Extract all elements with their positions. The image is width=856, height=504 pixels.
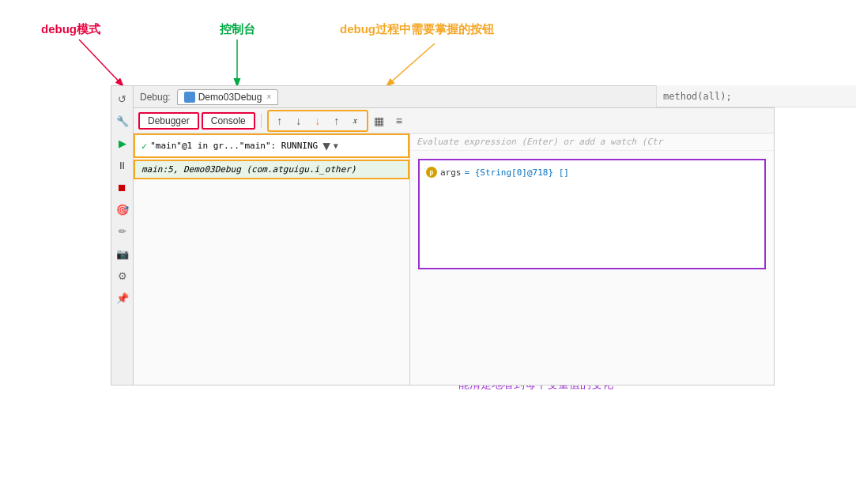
tab-name: Demo03Debug (198, 92, 262, 103)
var-name: args (440, 167, 462, 178)
pencil-icon[interactable]: ✏ (115, 224, 130, 239)
active-tab[interactable]: Demo03Debug × (177, 89, 279, 105)
dropdown-icon[interactable]: ▼ (334, 141, 338, 150)
code-snippet-text: method(all); (663, 91, 732, 102)
debugger-button[interactable]: Debugger (138, 112, 199, 130)
play-icon[interactable]: ▶ (115, 135, 130, 151)
toolbar: Debugger Console ↑ ↓ ↓ ↑ 𝒙 ▦ ≡ (134, 108, 774, 134)
run-to-cursor-btn[interactable]: ↑ (328, 112, 345, 130)
thread-row[interactable]: ✓ "main"@1 in gr..."main": RUNNING ▼ ▼ (134, 134, 409, 158)
thread-check-icon: ✓ (141, 141, 147, 152)
split-panels: ✓ "main"@1 in gr..."main": RUNNING ▼ ▼ m… (134, 134, 774, 385)
var-value: = {String[0]@718} [] (465, 167, 569, 178)
tab-file-icon (184, 92, 195, 103)
evaluate-btn[interactable]: 𝒙 (347, 112, 364, 130)
svg-line-0 (79, 39, 123, 85)
eval-bar[interactable]: Evaluate expression (Enter) or add a wat… (410, 134, 774, 151)
step-out-btn[interactable]: ↓ (309, 112, 326, 130)
console-button[interactable]: Console (202, 112, 255, 130)
step-over-btn[interactable]: ↑ (271, 112, 288, 130)
filter-icon[interactable]: ▼ (322, 138, 330, 153)
debug-buttons-annotation: debug过程中需要掌握的按钮 (340, 22, 494, 37)
debug-nav-buttons: ↑ ↓ ↓ ↑ 𝒙 (267, 110, 368, 132)
ide-panel: ↺ 🔧 ▶ ⏸ ⏹ 🎯 ✏ 📷 ⚙ 📌 Debug: Demo03Debug ×… (111, 85, 775, 386)
tab-close-btn[interactable]: × (266, 92, 271, 101)
refresh-icon[interactable]: ↺ (115, 91, 130, 107)
step-into-btn[interactable]: ↓ (290, 112, 307, 130)
variables-panel: Evaluate expression (Enter) or add a wat… (410, 134, 774, 385)
svg-line-2 (387, 43, 435, 85)
stack-frame-text: main:5, Demo03Debug (com.atguigu.i_other… (141, 164, 356, 175)
pause-icon[interactable]: ⏸ (115, 157, 130, 173)
stop-icon[interactable]: ⏹ (115, 179, 130, 195)
filter-btn[interactable]: ≡ (390, 112, 408, 130)
toolbar-separator (261, 114, 262, 128)
stack-frame-row[interactable]: main:5, Demo03Debug (com.atguigu.i_other… (134, 160, 409, 179)
variable-row: p args = {String[0]@718} [] (426, 167, 758, 178)
thread-name: "main"@1 in gr..."main": RUNNING (150, 141, 318, 151)
var-type-icon: p (426, 167, 437, 178)
calc-icon-btn[interactable]: ▦ (371, 112, 388, 130)
code-snippet-bar: method(all); (656, 85, 856, 107)
frames-panel: ✓ "main"@1 in gr..."main": RUNNING ▼ ▼ m… (134, 134, 410, 385)
left-sidebar: ↺ 🔧 ▶ ⏸ ⏹ 🎯 ✏ 📷 ⚙ 📌 (111, 86, 134, 385)
variables-box: p args = {String[0]@718} [] (418, 159, 766, 269)
console-annotation: 控制台 (220, 22, 255, 37)
debug-label: Debug: (140, 92, 171, 103)
gear-icon[interactable]: ⚙ (115, 268, 130, 284)
camera-icon[interactable]: 📷 (115, 246, 130, 261)
debug-mode-annotation: debug模式 (41, 22, 100, 37)
target-icon[interactable]: 🎯 (115, 201, 130, 217)
settings-icon[interactable]: 🔧 (115, 113, 130, 129)
pin-icon[interactable]: 📌 (115, 290, 130, 306)
main-content: Debug: Demo03Debug × Debugger Console ↑ … (134, 86, 774, 385)
